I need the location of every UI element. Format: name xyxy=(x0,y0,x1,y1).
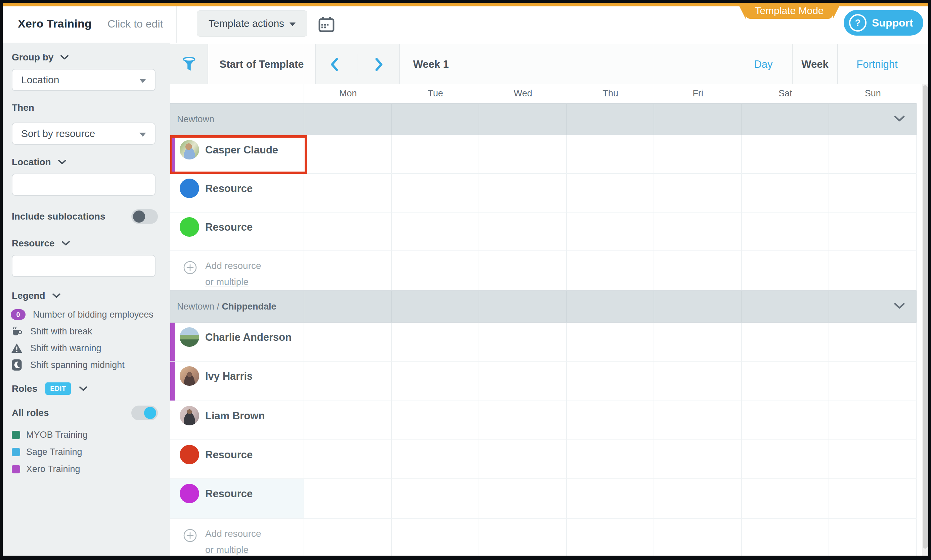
shift-cell[interactable] xyxy=(654,212,742,251)
shift-cell[interactable] xyxy=(304,174,392,212)
group-by-header[interactable]: Group by xyxy=(12,52,170,63)
role-item-myob[interactable]: MYOB Training xyxy=(12,430,170,440)
shift-cell[interactable] xyxy=(829,362,917,400)
shift-cell[interactable] xyxy=(304,212,392,251)
shift-cell[interactable] xyxy=(304,323,392,361)
shift-cell[interactable] xyxy=(304,135,392,173)
group-by-select[interactable]: Location xyxy=(12,69,155,91)
shift-cell[interactable] xyxy=(654,362,742,400)
shift-cell[interactable] xyxy=(829,212,917,251)
shift-cell[interactable] xyxy=(654,323,742,361)
add-resource-cell[interactable]: Add resource or multiple xyxy=(170,519,304,555)
shift-cell[interactable] xyxy=(654,174,742,212)
support-button[interactable]: ? Support xyxy=(844,10,923,35)
previous-week-button[interactable] xyxy=(316,44,352,84)
roles-header[interactable]: Roles EDIT xyxy=(12,382,170,395)
shift-cell[interactable] xyxy=(566,212,654,251)
collapse-group-icon[interactable] xyxy=(894,115,905,123)
resource-cell[interactable]: Casper Claude xyxy=(170,135,304,173)
shift-cell[interactable] xyxy=(742,440,829,478)
shift-cell[interactable] xyxy=(479,174,566,212)
shift-cell[interactable] xyxy=(392,174,479,212)
legend-header[interactable]: Legend xyxy=(12,291,170,301)
group-row-chippendale[interactable]: Newtown / Chippendale xyxy=(170,291,917,323)
add-resource-label[interactable]: Add resource xyxy=(205,528,261,539)
shift-cell[interactable] xyxy=(742,401,829,440)
shift-cell[interactable] xyxy=(392,479,479,518)
shift-cell[interactable] xyxy=(304,479,392,518)
shift-cell[interactable] xyxy=(829,174,917,212)
shift-cell[interactable] xyxy=(566,323,654,361)
include-sublocations-toggle[interactable] xyxy=(131,209,158,224)
start-of-template-button[interactable]: Start of Template xyxy=(208,44,316,84)
resource-cell[interactable]: Resource xyxy=(170,212,304,251)
vertical-scrollbar[interactable] xyxy=(922,84,928,555)
add-resource-cell[interactable]: Add resource or multiple xyxy=(170,251,304,290)
location-filter-input[interactable] xyxy=(12,174,155,196)
shift-cell[interactable] xyxy=(304,362,392,400)
role-item-sage[interactable]: Sage Training xyxy=(12,447,170,457)
shift-cell[interactable] xyxy=(829,135,917,173)
shift-cell[interactable] xyxy=(742,479,829,518)
shift-cell[interactable] xyxy=(392,135,479,173)
shift-cell[interactable] xyxy=(479,323,566,361)
shift-cell[interactable] xyxy=(654,135,742,173)
shift-cell[interactable] xyxy=(479,440,566,478)
shift-cell[interactable] xyxy=(654,401,742,440)
shift-cell[interactable] xyxy=(566,440,654,478)
add-multiple-link[interactable]: or multiple xyxy=(205,545,249,555)
shift-cell[interactable] xyxy=(654,440,742,478)
shift-cell[interactable] xyxy=(742,362,829,400)
add-resource-label[interactable]: Add resource xyxy=(205,260,261,271)
click-to-edit-label[interactable]: Click to edit xyxy=(108,18,163,30)
next-week-button[interactable] xyxy=(361,44,398,84)
shift-cell[interactable] xyxy=(479,401,566,440)
shift-cell[interactable] xyxy=(566,401,654,440)
shift-cell[interactable] xyxy=(392,212,479,251)
role-item-xero[interactable]: Xero Training xyxy=(12,464,170,474)
then-select[interactable]: Sort by resource xyxy=(12,123,155,145)
filter-button[interactable] xyxy=(170,44,208,84)
resource-cell[interactable]: Resource xyxy=(170,440,304,478)
resource-cell[interactable]: Liam Brown xyxy=(170,401,304,440)
group-row-newtown[interactable]: Newtown xyxy=(170,103,917,135)
shift-cell[interactable] xyxy=(829,479,917,518)
shift-cell[interactable] xyxy=(829,440,917,478)
resource-filter-input[interactable] xyxy=(12,255,155,277)
shift-cell[interactable] xyxy=(829,401,917,440)
template-actions-button[interactable]: Template actions xyxy=(197,11,307,37)
shift-cell[interactable] xyxy=(392,401,479,440)
tab-week[interactable]: Week xyxy=(792,44,838,84)
shift-cell[interactable] xyxy=(479,135,566,173)
add-multiple-link[interactable]: or multiple xyxy=(205,277,249,288)
shift-cell[interactable] xyxy=(566,174,654,212)
shift-cell[interactable] xyxy=(829,323,917,361)
shift-cell[interactable] xyxy=(654,479,742,518)
tab-fortnight[interactable]: Fortnight xyxy=(838,44,916,84)
shift-cell[interactable] xyxy=(479,212,566,251)
shift-cell[interactable] xyxy=(566,479,654,518)
shift-cell[interactable] xyxy=(304,401,392,440)
shift-cell[interactable] xyxy=(392,323,479,361)
shift-cell[interactable] xyxy=(392,362,479,400)
shift-cell[interactable] xyxy=(566,135,654,173)
shift-cell[interactable] xyxy=(479,479,566,518)
resource-cell[interactable]: Charlie Anderson xyxy=(170,323,304,361)
shift-cell[interactable] xyxy=(479,362,566,400)
tab-day[interactable]: Day xyxy=(735,44,792,84)
resource-cell[interactable]: Resource xyxy=(170,174,304,212)
resource-cell[interactable]: Resource xyxy=(170,479,304,518)
shift-cell[interactable] xyxy=(566,362,654,400)
collapse-group-icon[interactable] xyxy=(894,303,905,311)
calendar-icon[interactable] xyxy=(318,16,335,35)
shift-cell[interactable] xyxy=(742,212,829,251)
shift-cell[interactable] xyxy=(742,135,829,173)
all-roles-toggle[interactable] xyxy=(131,406,158,420)
edit-roles-button[interactable]: EDIT xyxy=(45,382,71,395)
resource-cell[interactable]: Ivy Harris xyxy=(170,362,304,400)
shift-cell[interactable] xyxy=(392,440,479,478)
location-header[interactable]: Location xyxy=(12,157,170,168)
resource-header[interactable]: Resource xyxy=(12,238,170,249)
shift-cell[interactable] xyxy=(304,440,392,478)
scrollbar-thumb[interactable] xyxy=(923,85,928,549)
